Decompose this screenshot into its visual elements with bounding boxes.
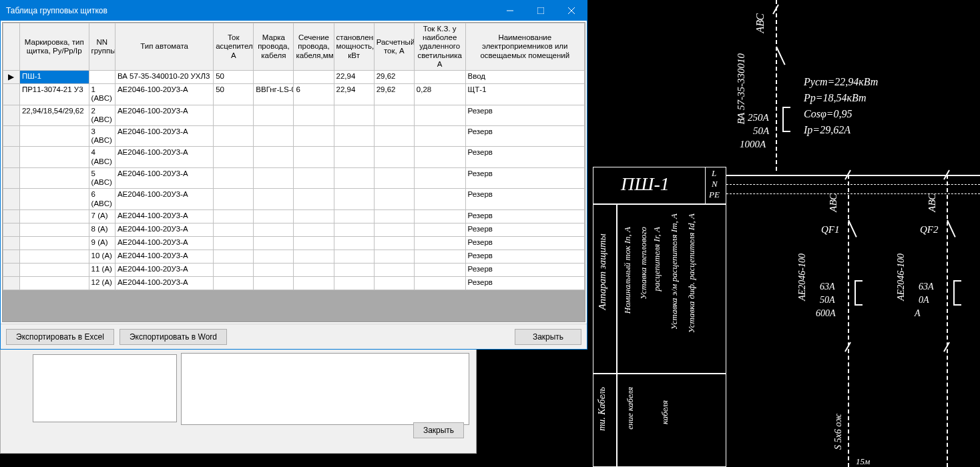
cell[interactable] <box>214 263 254 276</box>
column-header[interactable]: Тип автомата <box>115 23 213 71</box>
cell[interactable] <box>294 125 334 146</box>
column-header[interactable]: NN группы <box>89 23 115 71</box>
cell[interactable]: ЩТ-1 <box>465 84 584 105</box>
cell[interactable] <box>414 71 465 84</box>
window-close-button[interactable] <box>556 1 587 21</box>
cell[interactable] <box>214 189 254 209</box>
export-word-button[interactable]: Экспортировать в Word <box>119 329 227 345</box>
cell[interactable]: 50 <box>214 71 254 84</box>
cell[interactable] <box>374 125 414 146</box>
cell[interactable] <box>374 250 414 263</box>
cell[interactable] <box>254 236 294 250</box>
table-row[interactable]: 22,94/18,54/29,622 (ABC)AE2046-100-20У3-… <box>3 105 585 125</box>
row-header[interactable] <box>3 189 20 209</box>
table-row[interactable]: 10 (A)AE2044-100-20У3-АРезерв <box>3 250 585 263</box>
cell[interactable]: 8 (A) <box>89 223 115 236</box>
cell[interactable] <box>19 167 89 188</box>
cell[interactable]: Резерв <box>465 147 584 167</box>
data-grid[interactable]: Маркировка, тип щитка, Py/Pp/IpNN группы… <box>3 23 585 290</box>
cell[interactable]: ВА 57-35-340010-20 УХЛ3 <box>115 71 213 84</box>
cell[interactable]: AE2046-100-20У3-А <box>115 147 213 167</box>
row-header[interactable] <box>3 223 20 236</box>
table-row[interactable]: 3 (ABC)AE2046-100-20У3-АРезерв <box>3 125 585 146</box>
row-header[interactable] <box>3 105 20 125</box>
cell[interactable] <box>214 209 254 223</box>
cell[interactable]: 9 (A) <box>89 236 115 250</box>
row-header[interactable] <box>3 250 20 263</box>
column-header[interactable]: Ток асцепителя А <box>214 23 254 71</box>
cell[interactable]: Резерв <box>465 223 584 236</box>
column-header[interactable]: становленная мощность, кВт <box>334 23 374 71</box>
cell[interactable]: 6 (ABC) <box>89 189 115 209</box>
table-row[interactable]: 11 (A)AE2044-100-20У3-АРезерв <box>3 263 585 276</box>
cell[interactable]: 50 <box>214 84 254 105</box>
cell[interactable] <box>254 276 294 290</box>
column-header[interactable]: Ток К.З. у наиболее удаленного светильни… <box>414 23 465 71</box>
cell[interactable] <box>214 105 254 125</box>
cell[interactable] <box>334 209 374 223</box>
cell[interactable] <box>374 147 414 167</box>
cell[interactable]: AE2044-100-20У3-А <box>115 263 213 276</box>
table-row[interactable]: 9 (A)AE2044-100-20У3-АРезерв <box>3 236 585 250</box>
column-header[interactable]: Расчетный ток, А <box>374 23 414 71</box>
cell[interactable]: AE2044-100-20У3-А <box>115 223 213 236</box>
cell[interactable] <box>414 105 465 125</box>
cell[interactable] <box>294 71 334 84</box>
maximize-button[interactable] <box>525 1 556 21</box>
cell[interactable] <box>254 250 294 263</box>
cell[interactable]: ПР11-3074-21 У3 <box>19 84 89 105</box>
minimize-button[interactable] <box>495 1 525 21</box>
table-row[interactable]: ПР11-3074-21 У31 (ABC)AE2046-100-20У3-А5… <box>3 84 585 105</box>
cell[interactable]: AE2046-100-20У3-А <box>115 167 213 188</box>
cell[interactable]: 29,62 <box>374 71 414 84</box>
cell[interactable]: 12 (A) <box>89 276 115 290</box>
cell[interactable] <box>334 250 374 263</box>
cell[interactable] <box>214 167 254 188</box>
cell[interactable] <box>334 276 374 290</box>
cell[interactable] <box>334 105 374 125</box>
cell[interactable] <box>254 147 294 167</box>
cell[interactable] <box>19 125 89 146</box>
cell[interactable] <box>374 236 414 250</box>
cell[interactable] <box>89 71 115 84</box>
cell[interactable]: ВВГнг-LS-0, <box>254 84 294 105</box>
table-row[interactable]: 6 (ABC)AE2046-100-20У3-АРезерв <box>3 189 585 209</box>
cell[interactable] <box>254 105 294 125</box>
cell[interactable] <box>414 167 465 188</box>
cell[interactable]: Резерв <box>465 263 584 276</box>
cell[interactable]: 6 <box>294 84 334 105</box>
cell[interactable] <box>19 209 89 223</box>
cell[interactable]: Резерв <box>465 105 584 125</box>
cell[interactable] <box>214 276 254 290</box>
cell[interactable] <box>294 189 334 209</box>
cell[interactable] <box>19 236 89 250</box>
table-row[interactable]: 5 (ABC)AE2046-100-20У3-АРезерв <box>3 167 585 188</box>
cell[interactable] <box>414 236 465 250</box>
cell[interactable]: 22,94 <box>334 71 374 84</box>
cell[interactable]: AE2044-100-20У3-А <box>115 209 213 223</box>
cell[interactable] <box>294 209 334 223</box>
cell[interactable] <box>19 263 89 276</box>
cell[interactable]: AE2046-100-20У3-А <box>115 84 213 105</box>
outer-close-button[interactable]: Закрыть <box>413 422 464 438</box>
cell[interactable] <box>334 147 374 167</box>
cell[interactable]: AE2046-100-20У3-А <box>115 189 213 209</box>
cell[interactable]: 22,94 <box>334 84 374 105</box>
cell[interactable] <box>374 276 414 290</box>
cell[interactable] <box>374 209 414 223</box>
cell[interactable]: Резерв <box>465 250 584 263</box>
cell[interactable] <box>214 125 254 146</box>
cell[interactable]: Резерв <box>465 236 584 250</box>
cell[interactable] <box>254 189 294 209</box>
cell[interactable]: 29,62 <box>374 84 414 105</box>
cell[interactable]: AE2046-100-20У3-А <box>115 125 213 146</box>
cell[interactable] <box>414 209 465 223</box>
cell[interactable]: Резерв <box>465 209 584 223</box>
cell[interactable] <box>294 147 334 167</box>
cell[interactable] <box>214 236 254 250</box>
cell[interactable] <box>19 189 89 209</box>
cell[interactable] <box>19 147 89 167</box>
cell[interactable] <box>254 71 294 84</box>
cell[interactable]: 4 (ABC) <box>89 147 115 167</box>
row-header[interactable] <box>3 125 20 146</box>
